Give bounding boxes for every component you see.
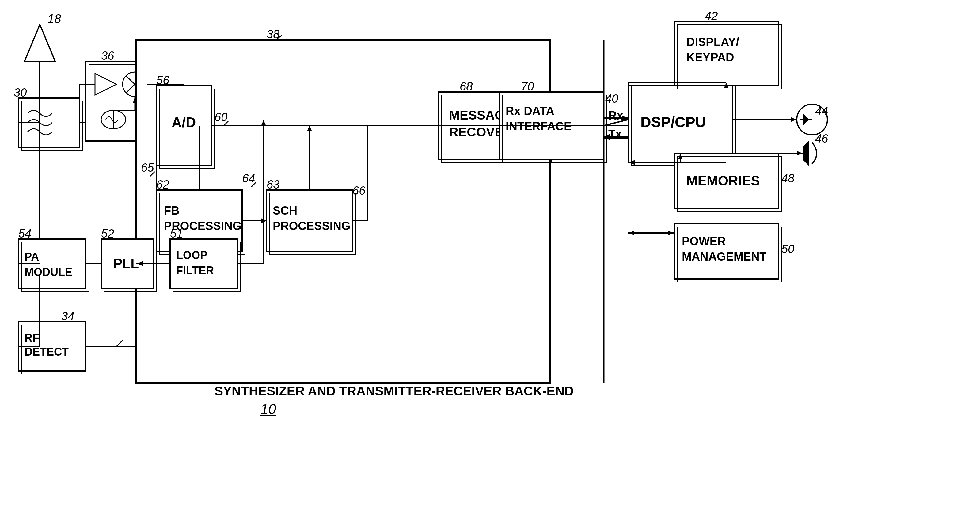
power-management-label: POWER (682, 235, 726, 248)
svg-text:KEYPAD: KEYPAD (686, 51, 734, 64)
diagram-container: 18 30 36 SYNTHESIZER AND TRANSMITTER-REC… (0, 0, 980, 530)
ref-30: 30 (14, 86, 27, 99)
ref-52: 52 (101, 227, 114, 240)
ref-10: 10 (261, 401, 277, 417)
dsp-cpu-label: DSP/CPU (641, 114, 706, 130)
backend-label: SYNTHESIZER AND TRANSMITTER-RECEIVER BAC… (215, 384, 574, 398)
sch-processing-label: SCH (273, 204, 297, 217)
adc-label: A/D (172, 115, 196, 130)
rx-data-interface-label: Rx DATA (506, 105, 554, 118)
ref-64: 64 (242, 172, 255, 185)
ref-50: 50 (781, 242, 794, 255)
ref-60: 60 (215, 111, 228, 124)
memories-label: MEMORIES (686, 173, 760, 188)
ref-62: 62 (156, 178, 169, 191)
svg-rect-104 (170, 239, 237, 288)
ref-54: 54 (18, 227, 31, 240)
pa-module-label: PA (24, 250, 39, 263)
svg-text:PROCESSING: PROCESSING (273, 220, 350, 232)
ref-18: 18 (48, 12, 61, 25)
ref-68: 68 (460, 80, 473, 93)
display-keypad-label: DISPLAY/ (686, 35, 739, 48)
ref-34: 34 (61, 310, 74, 323)
pll-label: PLL (113, 256, 139, 271)
svg-text:FILTER: FILTER (176, 264, 214, 277)
ref-48: 48 (781, 172, 794, 185)
ref-70: 70 (521, 80, 534, 93)
ref-63: 63 (267, 178, 280, 191)
loop-filter-label: LOOP (176, 249, 207, 261)
ref-42: 42 (705, 10, 718, 22)
ref-36: 36 (101, 49, 114, 62)
rx-label: Rx (608, 109, 623, 122)
ref-66: 66 (352, 184, 366, 197)
fb-processing-label: FB (164, 204, 180, 217)
rf-detect-label: RF (24, 332, 39, 344)
ref-44: 44 (815, 105, 828, 118)
svg-text:MODULE: MODULE (24, 266, 72, 279)
ref-65: 65 (141, 161, 154, 174)
svg-text:DETECT: DETECT (24, 345, 68, 358)
svg-text:MANAGEMENT: MANAGEMENT (682, 250, 767, 263)
ref-51: 51 (170, 227, 183, 240)
ref-46: 46 (815, 132, 828, 145)
ref-40: 40 (605, 92, 618, 105)
